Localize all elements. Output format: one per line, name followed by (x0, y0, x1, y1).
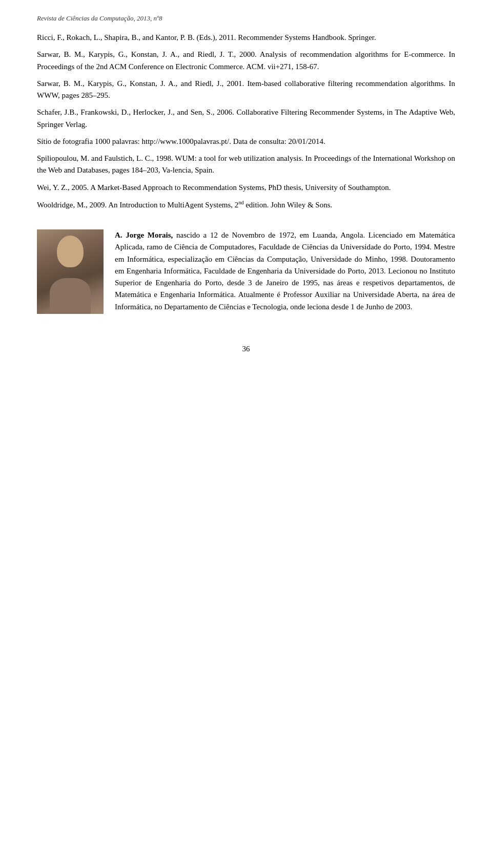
list-item: Sarwar, B. M., Karypis, G., Konstan, J. … (37, 49, 455, 73)
list-item: Sarwar, B. M., Karypis, G., Konstan, J. … (37, 78, 455, 102)
bio-section: A. Jorge Morais, nascido a 12 de Novembr… (37, 229, 455, 314)
page-number: 36 (37, 345, 455, 353)
references-section: Ricci, F., Rokach, L., Shapira, B., and … (37, 32, 455, 211)
ref8-after-sup: edition. John Wiley & Sons. (243, 201, 332, 209)
list-item: Spiliopoulou, M. and Faulstich, L. C., 1… (37, 153, 455, 177)
author-name: A. Jorge Morais, (115, 231, 173, 239)
journal-header: Revista de Ciências da Computação, 2013,… (37, 14, 455, 23)
author-photo-inner (37, 229, 104, 314)
author-photo (37, 229, 104, 314)
list-item: Wei, Y. Z., 2005. A Market-Based Approac… (37, 182, 455, 194)
list-item: Sítio de fotografia 1000 palavras: http:… (37, 136, 455, 147)
bio-description: nascido a 12 de Novembro de 1972, em Lua… (115, 231, 455, 311)
bio-text: A. Jorge Morais, nascido a 12 de Novembr… (115, 229, 455, 313)
ref8-sup: nd (238, 200, 243, 205)
ref8-before-sup: Wooldridge, M., 2009. An Introduction to… (37, 201, 238, 209)
page: Revista de Ciências da Computação, 2013,… (0, 0, 492, 384)
list-item: Schafer, J.B., Frankowski, D., Herlocker… (37, 107, 455, 131)
list-item: Ricci, F., Rokach, L., Shapira, B., and … (37, 32, 455, 44)
list-item: Wooldridge, M., 2009. An Introduction to… (37, 199, 455, 211)
